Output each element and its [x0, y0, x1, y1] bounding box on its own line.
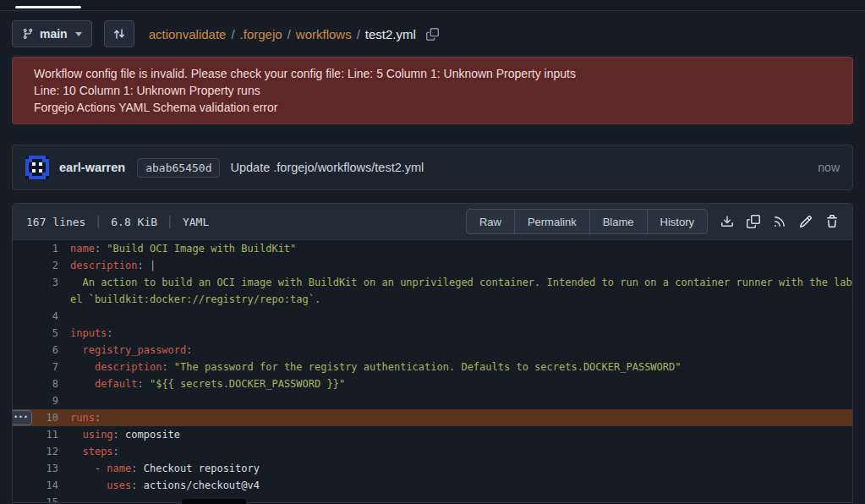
line-number[interactable]: 14: [13, 477, 70, 494]
line-number[interactable]: 7: [13, 359, 70, 375]
file-action-icons: [720, 215, 839, 228]
code-line-text: description: "The password for the regis…: [70, 359, 852, 375]
commit-timestamp: now: [818, 161, 840, 174]
branch-name-label: main: [40, 27, 68, 41]
breadcrumb-dir-link[interactable]: workflows: [296, 27, 352, 41]
code-line-text: [70, 392, 852, 409]
file-view-buttons: Raw Permalink Blame History: [466, 209, 708, 234]
error-line: Line: 10 Column 1: Unknown Property runs: [34, 82, 831, 99]
line-number[interactable]: 3: [13, 274, 70, 291]
code-line-text: using: composite: [70, 426, 852, 443]
line-number[interactable]: 6: [13, 342, 70, 359]
code-line-text: steps:: [70, 443, 852, 460]
workflow-error-banner: Workflow config file is invalid. Please …: [12, 57, 853, 124]
code-line-text: An action to build an OCI image with Bui…: [70, 274, 852, 308]
raw-button[interactable]: Raw: [466, 209, 515, 234]
line-number[interactable]: 1: [13, 240, 70, 257]
breadcrumb-separator: /: [287, 27, 291, 41]
bottom-overlay-fragment: [182, 499, 246, 504]
code-line: 9: [13, 392, 852, 409]
breadcrumb-separator: /: [231, 27, 234, 41]
file-language: YAML: [183, 216, 209, 228]
meta-separator: │: [95, 216, 101, 228]
code-line: 13 - name: Checkout repository: [13, 460, 852, 477]
code-line: 4: [13, 308, 852, 325]
code-line: 14 uses: actions/checkout@v4: [13, 477, 852, 494]
line-number[interactable]: 13: [13, 460, 70, 477]
line-number[interactable]: 11: [13, 426, 70, 443]
code-line: 10runs:•••: [13, 409, 852, 426]
file-meta: 167 lines │ 6.8 KiB │ YAML: [26, 216, 209, 228]
code-line-text: uses: actions/checkout@v4: [70, 477, 852, 494]
code-line: 11 using: composite: [13, 426, 852, 443]
code-line: 7 description: "The password for the reg…: [13, 359, 852, 375]
delete-icon[interactable]: [825, 215, 839, 228]
git-compare-icon: [112, 27, 126, 41]
code-line-text: name: "Build OCI Image with BuildKit": [70, 240, 852, 257]
breadcrumb: actionvalidate / .forgejo / workflows / …: [149, 27, 439, 41]
code-line: 5inputs:: [13, 325, 852, 342]
code-line-text: default: "${{ secrets.DOCKER_PASSWORD }}…: [70, 375, 852, 392]
permalink-button[interactable]: Permalink: [514, 209, 590, 234]
code-line-text: - name: Checkout repository: [70, 460, 852, 477]
file-view-box: 167 lines │ 6.8 KiB │ YAML Raw Permalink…: [12, 203, 853, 503]
file-lines-count: 167 lines: [26, 216, 85, 228]
commit-author[interactable]: earl-warren: [59, 161, 125, 174]
line-number[interactable]: 2: [13, 257, 70, 274]
top-nav-bar: [0, 0, 865, 11]
git-branch-icon: [22, 28, 34, 40]
copy-path-icon[interactable]: [426, 28, 439, 41]
avatar[interactable]: [25, 156, 49, 179]
file-header: 167 lines │ 6.8 KiB │ YAML Raw Permalink…: [13, 204, 852, 240]
line-number[interactable]: 8: [13, 375, 70, 392]
code-line-text: runs:: [70, 409, 852, 426]
breadcrumb-repo-link[interactable]: actionvalidate: [149, 27, 227, 41]
code-area: 1name: "Build OCI Image with BuildKit"2d…: [13, 240, 852, 503]
commit-sha-link[interactable]: abab65450d: [137, 158, 220, 178]
chevron-down-icon: [75, 32, 82, 36]
active-tab-indicator[interactable]: [15, 6, 81, 8]
repo-file-page: main actionvalidate / .forgejo / workflo…: [0, 20, 865, 503]
latest-commit-bar: earl-warren abab65450d Update .forgejo/w…: [12, 145, 853, 190]
commit-message[interactable]: Update .forgejo/workflows/test2.yml: [230, 161, 424, 174]
code-line-text: description: |: [70, 257, 852, 274]
code-line-text: inputs:: [70, 325, 852, 342]
breadcrumb-current-file: test2.yml: [365, 27, 416, 41]
line-menu-button[interactable]: •••: [12, 410, 32, 425]
line-number[interactable]: 12: [13, 443, 70, 460]
code-line: 15: [13, 494, 852, 503]
rss-icon[interactable]: [773, 215, 786, 228]
line-number[interactable]: 4: [13, 308, 70, 325]
code-line-text: registry_password:: [70, 342, 852, 359]
code-line: 12 steps:: [13, 443, 852, 460]
breadcrumb-separator: /: [357, 27, 360, 41]
breadcrumb-dir-link[interactable]: .forgejo: [240, 27, 282, 41]
code-line: 3 An action to build an OCI image with B…: [13, 274, 852, 308]
code-line-text: [70, 308, 852, 325]
line-number[interactable]: 9: [13, 392, 70, 409]
code-line: 8 default: "${{ secrets.DOCKER_PASSWORD …: [13, 375, 852, 392]
code-line: 2description: |: [13, 257, 852, 274]
file-toolbar: main actionvalidate / .forgejo / workflo…: [12, 20, 853, 47]
line-number[interactable]: 5: [13, 325, 70, 342]
download-icon[interactable]: [720, 215, 734, 228]
file-size: 6.8 KiB: [111, 216, 157, 228]
code-line: 1name: "Build OCI Image with BuildKit": [13, 240, 852, 257]
line-number[interactable]: 15: [13, 494, 70, 503]
error-line: Workflow config file is invalid. Please …: [34, 65, 831, 82]
compare-button[interactable]: [104, 20, 134, 47]
error-line: Forgejo Actions YAML Schema validation e…: [34, 99, 831, 116]
copy-icon[interactable]: [747, 215, 760, 228]
edit-icon[interactable]: [799, 215, 813, 228]
code-line: 6 registry_password:: [13, 342, 852, 359]
branch-selector-button[interactable]: main: [12, 20, 92, 47]
blame-button[interactable]: Blame: [589, 209, 648, 234]
history-button[interactable]: History: [647, 209, 708, 234]
meta-separator: │: [167, 216, 173, 228]
